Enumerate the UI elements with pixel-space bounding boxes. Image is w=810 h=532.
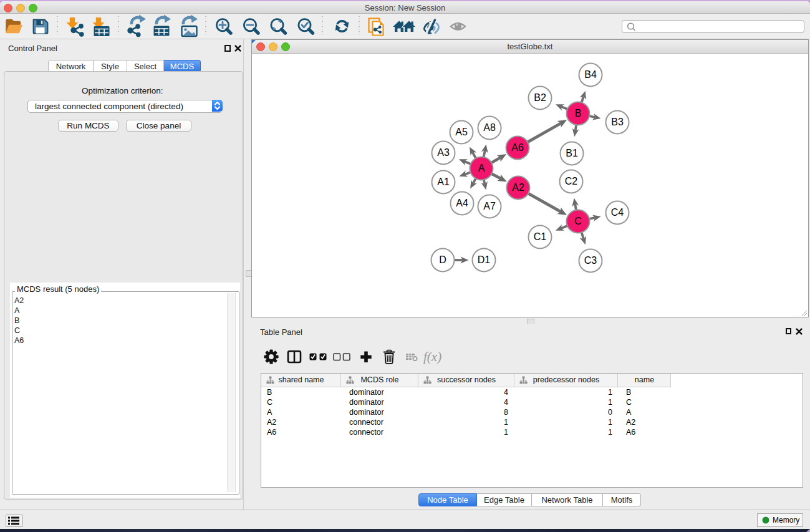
svg-text:B3: B3 xyxy=(611,117,624,127)
svg-text:f(x): f(x) xyxy=(423,349,441,364)
svg-text:A2: A2 xyxy=(512,182,524,193)
svg-text:A: A xyxy=(478,163,485,173)
svg-text:A8: A8 xyxy=(483,122,496,133)
svg-text:D1: D1 xyxy=(478,254,491,265)
svg-text:C1: C1 xyxy=(534,231,547,242)
svg-text:D: D xyxy=(439,254,446,265)
svg-text:B4: B4 xyxy=(584,69,597,80)
svg-text:Memory: Memory xyxy=(773,516,799,525)
svg-text:C: C xyxy=(574,216,582,226)
svg-text:B: B xyxy=(575,108,582,118)
svg-text:B2: B2 xyxy=(534,92,546,103)
svg-text:A6: A6 xyxy=(511,142,524,153)
svg-text:C4: C4 xyxy=(611,207,624,218)
svg-text:A7: A7 xyxy=(483,201,496,211)
svg-text:B1: B1 xyxy=(566,148,578,158)
svg-text:A3: A3 xyxy=(437,147,450,158)
svg-text:A4: A4 xyxy=(456,198,468,208)
svg-text:C3: C3 xyxy=(584,255,597,266)
svg-text:A5: A5 xyxy=(455,127,468,137)
svg-text:C2: C2 xyxy=(565,176,578,186)
svg-text:A1: A1 xyxy=(437,177,450,187)
